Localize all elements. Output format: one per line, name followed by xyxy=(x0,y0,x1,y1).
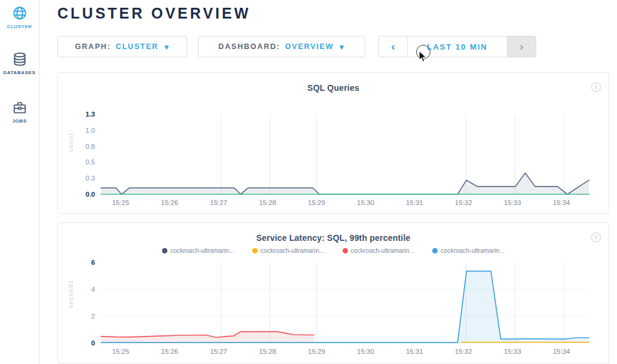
y-tick-label: 0.3 xyxy=(58,173,95,183)
sidebar-item-label: CLUSTER xyxy=(7,24,32,29)
legend-item: cockroach-ultramarin... xyxy=(343,247,415,254)
graph-dropdown-label: GRAPH: xyxy=(75,42,111,51)
chart-title: SQL Queries xyxy=(58,83,609,93)
y-tick-label: 6 xyxy=(58,258,95,267)
x-tick-label: 15:27 xyxy=(204,347,234,356)
sql-queries-chart-card: SQL Queries ! count 0.00.30.50.81.01.315… xyxy=(57,72,609,214)
legend-label: cockroach-ultramarin... xyxy=(441,247,505,254)
chart-plot[interactable] xyxy=(101,262,589,343)
legend-label: cockroach-ultramarin... xyxy=(261,247,325,254)
y-tick-label: 4 xyxy=(58,285,95,294)
dashboard-dropdown[interactable]: DASHBOARD: OVERVIEW ▾ xyxy=(198,36,365,57)
x-tick-label: 15:33 xyxy=(497,347,527,356)
mouse-cursor xyxy=(419,50,426,63)
legend-item: cockroach-ultramarin... xyxy=(162,247,234,254)
info-icon[interactable]: ! xyxy=(591,82,601,92)
x-tick-label: 15:25 xyxy=(106,347,136,356)
chevron-down-icon: ▾ xyxy=(164,43,169,51)
x-tick-label: 15:28 xyxy=(253,198,283,207)
legend-label: cockroach-ultramarin... xyxy=(351,247,415,254)
chevron-down-icon: ▾ xyxy=(340,43,344,51)
y-tick-label: 0.5 xyxy=(58,157,95,167)
chevron-left-icon: ‹ xyxy=(391,40,395,53)
y-tick-label: 0.0 xyxy=(58,189,95,199)
service-latency-chart-card: Service Latency: SQL, 99th percentile ! … xyxy=(57,222,609,364)
x-tick-label: 15:31 xyxy=(399,198,429,207)
info-icon[interactable]: ! xyxy=(591,233,601,242)
y-tick-label: 2 xyxy=(58,311,95,321)
x-tick-label: 15:31 xyxy=(399,347,429,356)
x-tick-label: 15:29 xyxy=(301,347,331,356)
dashboard-dropdown-value: OVERVIEW xyxy=(285,42,334,51)
graph-dropdown-value: CLUSTER xyxy=(116,42,159,51)
globe-icon xyxy=(12,5,28,21)
x-tick-label: 15:34 xyxy=(546,347,576,356)
sidebar-item-databases[interactable]: DATABASES xyxy=(0,51,39,75)
chart-legend: cockroach-ultramarin...cockroach-ultrama… xyxy=(58,247,609,254)
briefcase-icon xyxy=(12,100,28,115)
sidebar-item-label: DATABASES xyxy=(4,70,36,75)
time-window-next-button[interactable]: › xyxy=(507,36,536,57)
x-tick-label: 15:26 xyxy=(155,347,185,356)
page-title: CLUSTER OVERVIEW xyxy=(57,5,251,22)
sidebar: CLUSTER DATABASES JOBS xyxy=(0,0,39,364)
database-icon xyxy=(12,51,28,67)
y-tick-label: 0 xyxy=(58,338,95,348)
legend-dot xyxy=(343,248,348,253)
y-tick-label: 1.3 xyxy=(58,109,95,119)
x-tick-label: 15:29 xyxy=(301,198,331,207)
x-tick-label: 15:32 xyxy=(448,198,478,207)
chart-plot[interactable] xyxy=(101,114,589,194)
x-tick-label: 15:32 xyxy=(448,347,478,356)
x-tick-label: 15:30 xyxy=(350,347,380,356)
legend-dot xyxy=(252,248,258,253)
chevron-right-icon: › xyxy=(520,40,523,53)
legend-dot xyxy=(162,248,167,253)
legend-item: cockroach-ultramarin... xyxy=(252,247,325,254)
sidebar-item-cluster[interactable]: CLUSTER xyxy=(0,5,39,29)
legend-label: cockroach-ultramarin... xyxy=(170,247,234,254)
x-tick-label: 15:30 xyxy=(350,198,380,207)
dashboard-dropdown-label: DASHBOARD: xyxy=(218,42,280,51)
x-tick-label: 15:26 xyxy=(155,198,185,207)
time-window-prev-button[interactable]: ‹ xyxy=(379,36,408,57)
chart-title: Service Latency: SQL, 99th percentile xyxy=(58,233,609,243)
x-tick-label: 15:33 xyxy=(497,198,527,207)
y-tick-label: 1.0 xyxy=(58,126,95,135)
legend-item: cockroach-ultramarin... xyxy=(432,247,505,254)
x-tick-label: 15:34 xyxy=(546,198,576,207)
x-tick-label: 15:28 xyxy=(253,347,283,356)
sidebar-item-label: JOBS xyxy=(12,118,26,124)
y-tick-label: 0.8 xyxy=(58,142,95,151)
x-tick-label: 15:25 xyxy=(106,198,136,207)
graph-dropdown[interactable]: GRAPH: CLUSTER ▾ xyxy=(57,36,187,57)
sidebar-item-jobs[interactable]: JOBS xyxy=(0,100,39,124)
legend-dot xyxy=(432,248,438,253)
x-tick-label: 15:27 xyxy=(204,198,234,207)
time-window-selector: ‹ LAST 10 MIN › xyxy=(378,36,536,57)
